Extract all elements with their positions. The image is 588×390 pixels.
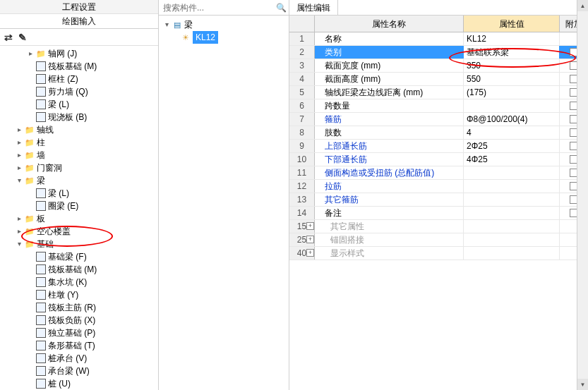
property-group-row[interactable]: 40+显示样式 xyxy=(289,247,588,260)
tree-row[interactable]: 条形基础 (T) xyxy=(0,339,158,352)
prop-value[interactable]: Φ8@100/200(4) xyxy=(464,113,560,126)
left-toolbar: ⇄ ✎ xyxy=(0,29,158,46)
vertical-scrollbar[interactable]: ▲ ▼ xyxy=(577,0,588,390)
left-tabs: 工程设置 绘图输入 xyxy=(0,0,158,29)
tree-root-beam[interactable]: ▾ ▤ 梁 xyxy=(162,18,286,31)
tree-row[interactable]: 剪力墙 (Q) xyxy=(0,85,158,98)
property-row[interactable]: 8肢数4 xyxy=(289,126,588,140)
expand-icon[interactable]: ▾ xyxy=(14,174,24,187)
property-panel: 属性编辑 属性名称 属性值 附加 1名称KL122类别基础联系梁3截面宽度 (m… xyxy=(289,0,588,390)
tab-draw-input[interactable]: 绘图输入 xyxy=(0,14,158,28)
expand-icon[interactable]: ▸ xyxy=(14,123,24,136)
tree-row[interactable]: ▸📁墙 xyxy=(0,149,158,162)
scroll-up-icon[interactable]: ▲ xyxy=(577,0,588,11)
property-row[interactable]: 1名称KL12 xyxy=(289,32,588,46)
property-row[interactable]: 6跨数量 xyxy=(289,99,588,113)
tree-row[interactable]: 独立基础 (P) xyxy=(0,327,158,339)
tree-row[interactable]: 集水坑 (K) xyxy=(0,276,158,288)
property-row[interactable]: 13其它箍筋 xyxy=(289,193,588,207)
tree-item-kl12[interactable]: ☀ KL12 xyxy=(162,31,286,44)
property-group-row[interactable]: 15+其它属性 xyxy=(289,220,588,233)
prop-value[interactable]: 350 xyxy=(464,59,560,72)
component-tree[interactable]: ▸📁轴网 (J) 筏板基础 (M) 框柱 (Z) 剪力墙 (Q) 梁 (L) 现… xyxy=(0,46,158,390)
tree-row[interactable]: 筏板基础 (M) xyxy=(0,263,158,276)
prop-value[interactable] xyxy=(464,99,560,112)
tree-row[interactable]: 筏板负筋 (X) xyxy=(0,314,158,327)
property-row[interactable]: 14备注 xyxy=(289,207,588,220)
tree-label: 筏板基础 (M) xyxy=(48,60,97,73)
tree-label: 筏板基础 (M) xyxy=(48,263,97,276)
component-icon xyxy=(35,111,47,123)
property-row[interactable]: 5轴线距梁左边线距离 (mm)(175) xyxy=(289,86,588,99)
property-row[interactable]: 12拉筋 xyxy=(289,180,588,193)
search-bar: 🔍 xyxy=(159,0,289,16)
expand-icon[interactable]: ▸ xyxy=(14,162,24,174)
tree-row[interactable]: 现浇板 (B) xyxy=(0,111,158,123)
property-row[interactable]: 2类别基础联系梁 xyxy=(289,46,588,59)
edit-icon[interactable]: ✎ xyxy=(17,32,28,43)
property-group-row[interactable]: 25+锚固搭接 xyxy=(289,233,588,247)
tree-row[interactable]: 梁 (L) xyxy=(0,98,158,111)
scroll-down-icon[interactable]: ▼ xyxy=(577,379,588,390)
tree-row[interactable]: ▾📁梁 xyxy=(0,174,158,187)
component-icon xyxy=(35,200,47,212)
tree-row[interactable]: 基础梁 (F) xyxy=(0,250,158,263)
tree-row[interactable]: 承台梁 (W) xyxy=(0,365,158,377)
property-row[interactable]: 4截面高度 (mm)550 xyxy=(289,73,588,86)
prop-value[interactable]: 基础联系梁 xyxy=(464,46,560,59)
property-row[interactable]: 9上部通长筋2Φ25 xyxy=(289,140,588,153)
property-row[interactable]: 3截面宽度 (mm)350 xyxy=(289,59,588,73)
tree-row[interactable]: 柱墩 (Y) xyxy=(0,288,158,301)
tree-label: 剪力墙 (Q) xyxy=(48,85,88,98)
tree-row[interactable]: 筏板基础 (M) xyxy=(0,60,158,73)
prop-value[interactable]: 2Φ25 xyxy=(464,140,560,152)
expand-box-icon[interactable]: + xyxy=(306,222,314,230)
prop-value[interactable]: 4Φ25 xyxy=(464,153,560,166)
prop-value[interactable] xyxy=(464,193,560,206)
tree-row[interactable]: ▸📁轴线 xyxy=(0,123,158,136)
prop-value[interactable]: 4 xyxy=(464,126,560,139)
tree-row[interactable]: ▾📁基础 xyxy=(0,238,158,250)
property-grid[interactable]: 1名称KL122类别基础联系梁3截面宽度 (mm)3504截面高度 (mm)55… xyxy=(289,32,588,390)
row-number: 11 xyxy=(289,166,315,179)
row-number: 9 xyxy=(289,140,315,152)
tree-root-label: 梁 xyxy=(184,18,193,31)
tree-row[interactable]: ▸📁柱 xyxy=(0,136,158,149)
property-row[interactable]: 7箍筋Φ8@100/200(4) xyxy=(289,113,588,126)
search-input[interactable] xyxy=(159,0,273,15)
prop-name: 截面高度 (mm) xyxy=(315,73,464,85)
expand-icon[interactable]: ▸ xyxy=(14,136,24,149)
instance-tree[interactable]: ▾ ▤ 梁 ☀ KL12 xyxy=(159,16,289,390)
tree-row[interactable]: 圈梁 (E) xyxy=(0,200,158,212)
prop-value[interactable] xyxy=(464,166,560,179)
prop-value[interactable] xyxy=(464,180,560,193)
prop-name: 侧面构造或受扭筋 (总配筋值) xyxy=(315,166,464,179)
tree-row[interactable]: 框柱 (Z) xyxy=(0,73,158,85)
property-row[interactable]: 11侧面构造或受扭筋 (总配筋值) xyxy=(289,166,588,180)
property-row[interactable]: 10下部通长筋4Φ25 xyxy=(289,153,588,166)
prop-value[interactable] xyxy=(464,207,560,219)
tree-row[interactable]: ▸📁轴网 (J) xyxy=(0,47,158,60)
tree-row[interactable]: ▸📁板 xyxy=(0,212,158,225)
tab-project-settings[interactable]: 工程设置 xyxy=(0,0,158,14)
expand-icon[interactable]: ▸ xyxy=(14,225,24,238)
tree-row[interactable]: ▸📁门窗洞 xyxy=(0,162,158,174)
tree-row[interactable]: 筏板主筋 (R) xyxy=(0,301,158,314)
search-button[interactable]: 🔍 xyxy=(273,0,289,15)
expand-box-icon[interactable]: + xyxy=(306,249,314,257)
prop-value[interactable]: 550 xyxy=(464,73,560,85)
expand-box-icon[interactable]: + xyxy=(306,236,314,243)
expand-icon[interactable]: ▸ xyxy=(25,47,35,60)
tree-row[interactable]: 桩 (U) xyxy=(0,377,158,390)
tab-property-edit[interactable]: 属性编辑 xyxy=(289,0,338,15)
collapse-icon[interactable]: ▾ xyxy=(162,18,172,31)
tree-row[interactable]: 梁 (L) xyxy=(0,187,158,200)
tree-row[interactable]: 桩承台 (V) xyxy=(0,352,158,365)
expand-icon[interactable]: ▾ xyxy=(14,238,24,250)
prop-value[interactable]: KL12 xyxy=(464,32,560,45)
prop-value[interactable]: (175) xyxy=(464,86,560,99)
expand-icon[interactable]: ▸ xyxy=(14,212,24,225)
expand-icon[interactable]: ▸ xyxy=(14,149,24,162)
tree-row[interactable]: ▸📁空心楼盖 xyxy=(0,225,158,238)
arrows-icon[interactable]: ⇄ xyxy=(3,32,14,43)
